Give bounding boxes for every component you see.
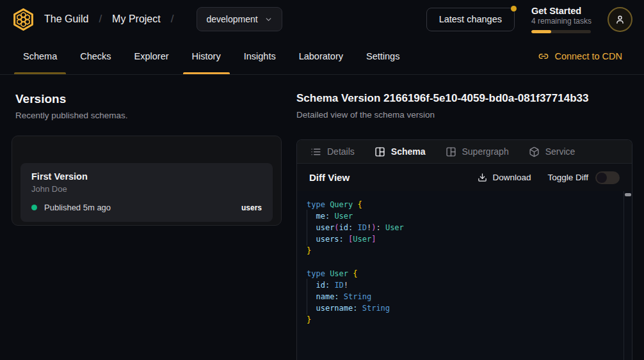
latest-changes-button[interactable]: Latest changes (426, 8, 515, 31)
toggle-diff-group: Toggle Diff (547, 171, 620, 184)
list-icon (310, 146, 321, 157)
version-name: First Version (31, 171, 262, 182)
version-detail-header: Schema Version 2166196f-5e10-4059-bd0a-0… (296, 92, 636, 120)
nav-tab-explorer[interactable]: Explorer (125, 38, 178, 74)
switch-knob (597, 173, 607, 183)
tab-underline (183, 72, 230, 74)
diff-view-title: Diff View (309, 172, 350, 183)
toggle-diff-label: Toggle Diff (547, 173, 588, 182)
chevron-down-icon (264, 15, 273, 24)
columns-icon (446, 146, 456, 157)
version-status: Published 5m ago (44, 203, 111, 212)
code-line: type User { (307, 268, 623, 279)
versions-subtitle: Recently published schemas. (15, 111, 128, 120)
breadcrumb-org[interactable]: The Guild (44, 13, 88, 25)
connect-to-cdn-label: Connect to CDN (554, 51, 622, 61)
version-detail-subtitle: Detailed view of the schema version (296, 110, 636, 120)
version-detail-title: Schema Version 2166196f-5e10-4059-bd0a-0… (296, 92, 636, 105)
diff-view-toolbar: Diff View Download Toggle Diff (297, 163, 632, 191)
tab-underline (14, 72, 66, 74)
columns-icon (374, 146, 385, 157)
breadcrumb-project[interactable]: My Project (112, 13, 161, 25)
code-line: name: String (307, 291, 623, 302)
schema-code-block: type Query { me: User user(id: ID!): Use… (297, 191, 632, 360)
box-icon (529, 146, 540, 157)
code-line: } (307, 314, 623, 325)
detail-tab-service[interactable]: Service (529, 146, 576, 157)
target-selector[interactable]: development (197, 7, 282, 31)
code-scrollbar-track[interactable] (624, 191, 632, 360)
versions-header: Versions Recently published schemas. (15, 92, 128, 120)
version-service-badge: users (241, 203, 262, 212)
nav-tab-schema[interactable]: Schema (14, 38, 66, 74)
connect-to-cdn-button[interactable]: Connect to CDN (538, 38, 622, 74)
code-line: type Query { (307, 199, 623, 210)
app-window: The Guild / My Project / development Lat… (0, 0, 644, 360)
code-line: } (307, 245, 623, 256)
code-lines: type Query { me: User user(id: ID!): Use… (307, 199, 623, 325)
guild-hive-logo-icon[interactable] (12, 8, 35, 31)
get-started-progress-track (531, 30, 591, 33)
top-bar-right: Latest changes Get Started 4 remaining t… (426, 5, 632, 33)
top-bar: The Guild / My Project / development Lat… (0, 0, 644, 38)
code-line: me: User (307, 210, 623, 222)
code-line (307, 256, 623, 268)
code-scrollbar-thumb[interactable] (625, 193, 631, 196)
nav-tab-laboratory[interactable]: Laboratory (290, 38, 352, 74)
detail-tab-details[interactable]: Details (310, 146, 355, 157)
get-started-title: Get Started (531, 5, 591, 17)
nav-tab-settings[interactable]: Settings (357, 38, 408, 74)
versions-list-card: First Version John Doe Published 5m ago … (12, 136, 282, 226)
get-started-subtitle: 4 remaining tasks (531, 17, 591, 26)
download-label: Download (492, 173, 531, 182)
code-line: id: ID! (307, 279, 623, 291)
link-icon (538, 51, 549, 61)
version-status-row: Published 5m ago users (31, 203, 262, 212)
detail-tab-schema[interactable]: Schema (374, 146, 426, 157)
nav-tab-checks[interactable]: Checks (71, 38, 120, 74)
versions-title: Versions (15, 92, 128, 106)
breadcrumb-separator: / (171, 13, 174, 26)
notification-dot (511, 6, 517, 12)
get-started-widget[interactable]: Get Started 4 remaining tasks (531, 5, 591, 33)
target-selector-value: development (206, 14, 257, 24)
diff-view-actions: Download Toggle Diff (478, 171, 620, 184)
primary-nav: Schema Checks Explorer History Insights … (0, 38, 644, 75)
breadcrumb-separator: / (99, 13, 102, 26)
code-line: username: String (307, 302, 623, 314)
download-icon (478, 173, 487, 182)
get-started-progress-fill (531, 30, 551, 33)
code-line: user(id: ID!): User (307, 222, 623, 233)
published-status-dot (31, 205, 37, 210)
user-icon (615, 14, 625, 25)
download-button[interactable]: Download (478, 173, 531, 182)
nav-tab-insights[interactable]: Insights (235, 38, 285, 74)
nav-tab-history[interactable]: History (183, 38, 230, 74)
code-line: users: [User] (307, 233, 623, 245)
version-author: John Doe (31, 184, 262, 194)
detail-tabs: Details Schema Supergraph Service (297, 140, 632, 163)
user-avatar-button[interactable] (608, 7, 632, 32)
version-detail-panel: Details Schema Supergraph Service (296, 139, 632, 360)
version-list-item[interactable]: First Version John Doe Published 5m ago … (20, 163, 273, 222)
detail-tab-supergraph[interactable]: Supergraph (446, 146, 509, 157)
toggle-diff-switch[interactable] (595, 171, 620, 184)
